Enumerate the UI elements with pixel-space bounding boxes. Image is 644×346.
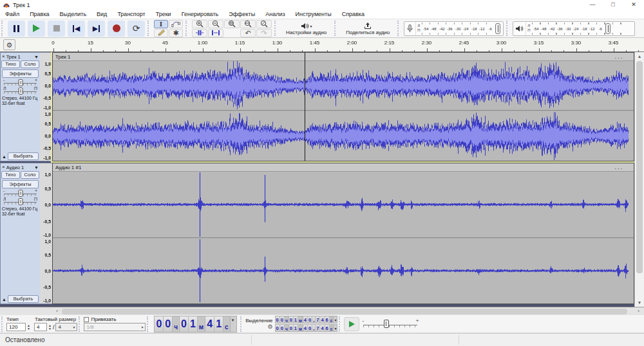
toolbar-grip[interactable]	[397, 21, 401, 36]
zoom-out-button[interactable]	[208, 20, 223, 28]
vertical-scrollbar-thumb[interactable]	[636, 61, 643, 273]
time-digit[interactable]: 4	[320, 316, 325, 323]
stop-button[interactable]	[48, 21, 65, 37]
share-audio-button[interactable]: Поделиться аудио	[341, 20, 394, 37]
selection-format-dropdown[interactable]: ▾	[334, 318, 336, 322]
fit-project-button[interactable]	[240, 20, 256, 28]
trim-audio-button[interactable]	[192, 29, 207, 37]
time-digit[interactable]: 1	[294, 325, 298, 331]
vertical-scrollbar[interactable]: ▲ ▼	[634, 52, 644, 307]
solo-button[interactable]: Соло	[21, 171, 39, 179]
track-1-vertical-ruler[interactable]: 1,00,50,0-0,5-1,01,00,50,0-0,5-1,0	[40, 52, 52, 161]
select-track-button[interactable]: Выбрать	[8, 152, 39, 160]
pan-slider[interactable]: Л П	[4, 87, 37, 95]
waveform-canvas-track1-left[interactable]	[53, 61, 634, 110]
timesig-numerator-input[interactable]: 4	[34, 323, 47, 331]
skip-to-end-button[interactable]: ▶	[88, 21, 105, 37]
toolbar-grip[interactable]	[147, 21, 151, 36]
time-digit[interactable]: 4	[303, 325, 308, 331]
recording-volume-slider[interactable]	[495, 23, 500, 34]
horizontal-scrollbar[interactable]: ‹ ›	[0, 307, 644, 315]
loop-button[interactable]: ⟳	[128, 21, 145, 37]
mute-button[interactable]: Тихо	[1, 171, 20, 179]
collapse-track-button[interactable]: ▲	[2, 154, 6, 159]
solo-button[interactable]: Соло	[21, 60, 39, 68]
scroll-down-arrow[interactable]: ▼	[635, 298, 644, 307]
toolbar-grip[interactable]	[339, 316, 342, 332]
play-button[interactable]	[28, 21, 45, 37]
snap-interval-select[interactable]: 1/8▾	[84, 323, 146, 331]
skip-to-start-button[interactable]: ◀	[68, 21, 85, 37]
fit-selection-button[interactable]	[224, 20, 240, 28]
minimize-button[interactable]: —	[582, 0, 603, 10]
clip-header[interactable]: Аудио 1 #1 ...	[53, 163, 634, 172]
time-digit[interactable]: 6	[325, 316, 330, 323]
gain-slider[interactable]: - +	[4, 78, 37, 87]
toolbar-grip[interactable]	[1, 316, 5, 332]
time-digit[interactable]: 4	[303, 316, 308, 323]
time-digit[interactable]: 0	[155, 316, 164, 332]
track-menu-dropdown[interactable]: ▼	[34, 55, 39, 59]
scroll-right-arrow[interactable]: ›	[634, 307, 643, 315]
gain-slider-thumb[interactable]	[18, 190, 23, 197]
select-track-button[interactable]: Выбрать	[8, 295, 39, 303]
track-menu-dropdown[interactable]: ▼	[34, 165, 39, 170]
time-digit[interactable]: 0	[280, 325, 285, 331]
horizontal-scrollbar-thumb[interactable]	[62, 309, 627, 314]
menu-item[interactable]: Эффекты	[223, 10, 260, 19]
time-digit[interactable]: 0	[289, 316, 294, 323]
time-digit[interactable]: 0	[289, 325, 294, 331]
time-digit[interactable]: 0	[180, 316, 189, 332]
restore-button[interactable]: □	[603, 0, 623, 10]
pan-slider-thumb[interactable]	[18, 198, 23, 205]
timesig-denominator-select[interactable]: 4▾	[55, 323, 77, 331]
audio-position-display[interactable]: 00ч01м41с▾	[154, 316, 237, 332]
mute-button[interactable]: Тихо	[1, 60, 20, 68]
recording-meter[interactable]: ЛП -54-48-42-36-30-24-18-12-6	[404, 21, 504, 36]
timeline-options-button[interactable]: ⚙	[3, 39, 15, 50]
menu-item[interactable]: Справка	[337, 10, 370, 19]
time-digit[interactable]: 0	[308, 325, 312, 331]
play-speed-slider-thumb[interactable]	[384, 320, 389, 328]
time-digit[interactable]: 4	[320, 325, 325, 331]
time-digit[interactable]: 7	[316, 325, 320, 331]
timeline-ruler[interactable]: ⚙ 01530451:001:151:301:452:002:152:302:4…	[0, 38, 644, 52]
time-digit[interactable]: 1	[214, 316, 223, 332]
tempo-input[interactable]: 120	[6, 323, 26, 331]
toolbar-grip[interactable]	[334, 21, 337, 36]
selection-end-display[interactable]: 00ч01м40,746с▾	[275, 324, 338, 332]
menu-item[interactable]: Инструменты	[290, 10, 337, 19]
menu-item[interactable]: Вид	[91, 10, 112, 19]
waveform-canvas-track1-right[interactable]	[53, 111, 634, 160]
redo-button[interactable]: ↷	[256, 29, 272, 37]
scroll-left-arrow[interactable]: ‹	[53, 307, 61, 315]
zoom-in-button[interactable]	[192, 20, 207, 28]
menu-item[interactable]: Файл	[0, 10, 24, 19]
time-digit[interactable]: 0	[308, 316, 312, 323]
timesig-spinner[interactable]: ▲▼	[48, 324, 52, 331]
track-close-button[interactable]: ×	[2, 53, 5, 60]
menu-item[interactable]: Генерировать	[176, 10, 224, 19]
time-digit[interactable]: 0	[280, 316, 285, 323]
pan-slider[interactable]: Л П	[4, 197, 37, 206]
time-digit[interactable]: 4	[205, 316, 214, 332]
toolbar-grip[interactable]	[147, 316, 150, 332]
track-close-button[interactable]: ×	[2, 164, 5, 170]
tempo-spinner[interactable]: ▲▼	[27, 324, 30, 331]
collapse-track-button[interactable]: ▲	[2, 297, 6, 302]
selection-format-dropdown[interactable]: ▾	[334, 326, 336, 331]
pan-slider-thumb[interactable]	[18, 87, 23, 95]
track-1-waveform-area[interactable]: Трек 1 ...	[52, 52, 634, 161]
time-digit[interactable]: 0	[276, 325, 280, 331]
record-button[interactable]	[108, 21, 125, 37]
time-digit[interactable]: 0	[164, 316, 173, 332]
selection-tool-button[interactable]: I	[154, 20, 168, 28]
menu-item[interactable]: Треки	[151, 10, 176, 19]
effects-button[interactable]: Эффекты	[2, 69, 39, 78]
time-digit[interactable]: 6	[325, 325, 330, 331]
audio-setup-button[interactable]: ▾ Настройки аудио	[281, 20, 331, 37]
play-speed-slider[interactable]: - +	[362, 319, 419, 329]
playback-volume-slider[interactable]	[605, 23, 611, 34]
toolbar-grip[interactable]	[1, 21, 5, 36]
clip-overflow-menu[interactable]: ...	[614, 165, 623, 170]
